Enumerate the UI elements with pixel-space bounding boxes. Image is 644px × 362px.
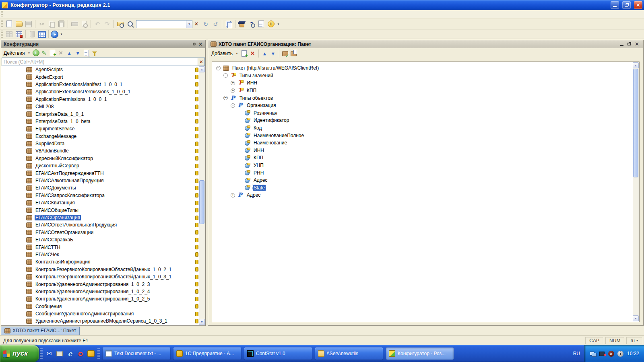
template-document-icon[interactable] [257, 20, 266, 29]
network-icon[interactable] [590, 351, 597, 357]
tree-node[interactable]: УНП [212, 162, 639, 169]
export-package-icon[interactable] [290, 50, 297, 58]
panel-close-icon[interactable]: ✕ [198, 41, 203, 47]
tree-node[interactable]: Розничная [212, 109, 639, 117]
show-desktop-icon[interactable] [56, 350, 64, 358]
task-button[interactable]: Конфигуратор - Роз... [386, 348, 454, 360]
move-up-icon[interactable] [66, 49, 73, 57]
list-item[interactable]: ЕГАИСОрганизация [1, 214, 205, 221]
minimize-button[interactable] [611, 1, 619, 9]
actions-caret-icon[interactable] [27, 49, 31, 58]
actions-menu[interactable]: Действия [3, 50, 26, 56]
list-item[interactable]: ДисконтныйСервер [1, 162, 205, 169]
move-up-icon[interactable] [261, 50, 268, 58]
list-item[interactable]: SuppliedData [1, 140, 205, 147]
list-item[interactable]: ЕГАИСАктПодтвержденияТТН [1, 169, 205, 177]
filter-icon[interactable] [91, 49, 99, 57]
expander-icon[interactable] [231, 88, 235, 93]
tree-node[interactable]: НаименованиеПолное [212, 132, 639, 139]
dropdown-caret-icon[interactable] [276, 20, 281, 29]
info-icon[interactable] [266, 20, 275, 29]
mail-icon[interactable] [45, 350, 53, 358]
menu-item[interactable] [55, 13, 62, 15]
list-item[interactable]: ЕГАИСОбщиеТипы [1, 206, 205, 214]
tree-node[interactable]: КПП [212, 154, 639, 162]
task-button[interactable]: Text Document.txt - ... [103, 348, 170, 360]
help-search-icon[interactable] [247, 20, 256, 29]
save-icon[interactable] [24, 20, 33, 29]
info-tray-icon[interactable] [617, 351, 624, 357]
syntax-check-icon[interactable] [237, 20, 246, 29]
tree-node[interactable]: Идентификатор [212, 117, 639, 124]
menu-item[interactable] [41, 13, 48, 15]
restore-icon[interactable] [627, 43, 631, 45]
language-indicator[interactable]: ru [626, 337, 642, 344]
cut-icon[interactable] [37, 20, 46, 29]
network-disconnected-icon[interactable] [599, 351, 606, 357]
combo-dropdown-icon[interactable]: ▼ [186, 20, 192, 28]
scroll-thumb[interactable] [633, 69, 638, 177]
task-button[interactable]: ConfStat v1.0 [244, 348, 312, 360]
print-icon[interactable] [70, 20, 79, 29]
move-down-icon[interactable] [269, 50, 277, 58]
list-item[interactable]: CML208 [1, 103, 205, 110]
open-icon[interactable] [14, 20, 23, 29]
add-icon[interactable] [33, 49, 39, 56]
list-item[interactable]: КонтактнаяИнформация [1, 258, 205, 265]
list-item[interactable]: ApplicationExtensionsPermissions_1_0_0_1 [1, 88, 205, 95]
paste-icon[interactable] [57, 20, 66, 29]
opera-icon[interactable] [76, 350, 85, 358]
close-button[interactable]: ✕ [634, 1, 642, 9]
tree-node[interactable]: РНН [212, 169, 639, 177]
list-item[interactable]: EquipmentService [1, 125, 205, 132]
1c-icon[interactable] [87, 350, 95, 358]
list-item[interactable]: УдаленноеАдминистрированиеВМоделиСервиса… [1, 317, 205, 325]
expander-icon[interactable] [231, 193, 235, 197]
expander-icon[interactable] [231, 81, 235, 85]
check-package-icon[interactable] [281, 50, 289, 58]
search-input[interactable] [2, 58, 198, 66]
list-item[interactable]: КонтрольУдаленногоАдминистрирования_1_0_… [1, 288, 205, 295]
copy-block-icon[interactable] [224, 20, 233, 29]
add-document-icon[interactable] [49, 49, 56, 57]
table-icon[interactable] [37, 30, 46, 39]
restore-button[interactable] [622, 1, 631, 9]
tree-node[interactable]: Типы значений [212, 72, 639, 80]
tree-node[interactable]: КПП [212, 87, 639, 95]
combo-clear-icon[interactable]: ✕ [193, 20, 200, 28]
close-icon[interactable]: ✕ [635, 41, 639, 47]
add-caret-icon[interactable] [235, 49, 239, 58]
tree-scrollbar[interactable]: ▲ ▼ [633, 62, 639, 321]
task-button[interactable]: \\Serv\newutils [315, 348, 383, 360]
list-item[interactable]: EnterpriseData_1_0_beta [1, 118, 205, 125]
list-scrollbar[interactable]: ▲ ▼ [199, 66, 205, 325]
expander-icon[interactable] [223, 96, 228, 100]
list-item[interactable]: КонтрольРезервногоКопированияОбластейДан… [1, 266, 205, 273]
edit-icon[interactable] [40, 49, 48, 57]
menu-item[interactable] [48, 13, 55, 15]
add-menu[interactable]: Добавить [211, 51, 234, 56]
menu-item[interactable] [33, 13, 41, 15]
menu-item[interactable] [12, 13, 19, 15]
minimize-icon[interactable] [620, 45, 623, 46]
tree-node[interactable]: ИНН [212, 147, 639, 154]
expander-icon[interactable] [216, 66, 221, 70]
tree-node[interactable]: Адрес [212, 177, 639, 184]
zoom-icon[interactable] [126, 20, 134, 29]
expander-icon[interactable] [223, 73, 228, 78]
list-item[interactable]: ApplicationPermissions_1_0_0_1 [1, 96, 205, 103]
list-item[interactable]: EnterpriseData_1_0_1 [1, 110, 205, 117]
list-item[interactable]: Сообщения [1, 303, 205, 310]
menu-item[interactable] [4, 13, 12, 15]
list-item[interactable]: ApplicationExtensionsManifest_1_0_0_1 [1, 81, 205, 88]
tree-node[interactable]: Организация [212, 102, 639, 109]
tree-node[interactable]: Типы объектов [212, 94, 639, 102]
task-button[interactable]: 1С:Предприятие - А... [173, 348, 241, 360]
list-item[interactable]: ЕГАИСАлкогольнаяПродукция [1, 177, 205, 184]
undo-icon[interactable] [93, 20, 102, 29]
scroll-up-icon[interactable]: ▲ [633, 62, 639, 68]
list-item[interactable]: СообщенияУдаленногоАдминистрирования [1, 310, 205, 317]
mdi-window-tab[interactable]: XDTO пакет ЕГАИС...: Пакет [1, 327, 80, 335]
menu-item[interactable] [26, 13, 33, 15]
delete-icon[interactable] [57, 49, 65, 57]
